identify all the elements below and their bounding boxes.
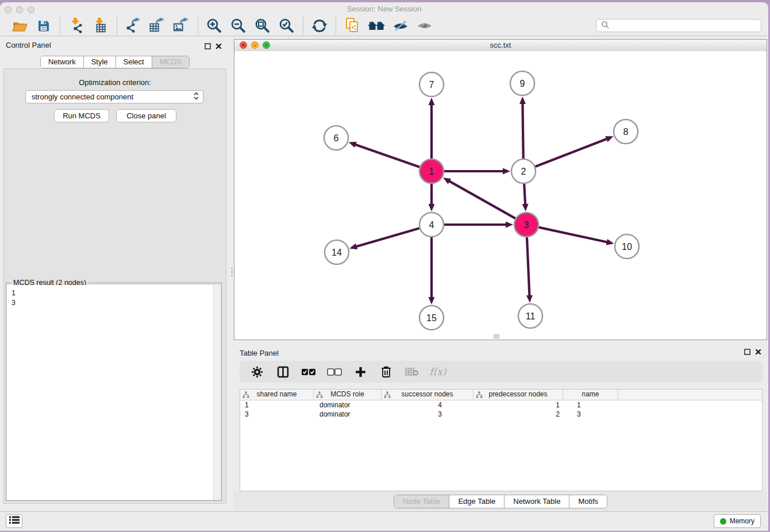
tab-select[interactable]: Select xyxy=(116,56,152,68)
tab-motifs[interactable]: Motifs xyxy=(569,495,607,508)
result-scrollbar[interactable] xyxy=(213,285,221,500)
float-panel-icon[interactable] xyxy=(205,41,211,52)
edge-arrow-icon xyxy=(519,97,526,104)
close-panel-icon[interactable] xyxy=(215,41,222,52)
edge-2-3[interactable] xyxy=(524,184,525,205)
table-row[interactable]: 1dominator411 xyxy=(240,400,762,410)
search-input[interactable] xyxy=(612,21,761,30)
function-builder-icon[interactable]: f(x) xyxy=(430,364,445,379)
edge-arrow-icon xyxy=(503,168,510,175)
edge-2-9[interactable] xyxy=(522,103,523,159)
select-all-columns-icon[interactable] xyxy=(301,364,316,379)
import-network-icon[interactable] xyxy=(67,17,86,34)
network-title: scc.txt xyxy=(234,41,767,49)
tab-edge-table[interactable]: Edge Table xyxy=(449,495,504,508)
title-bar: Session: New Session xyxy=(0,2,768,16)
task-history-button[interactable] xyxy=(6,514,22,528)
edge-arrow-icon xyxy=(429,98,435,105)
export-table-icon[interactable] xyxy=(148,17,167,34)
window-title: Session: New Session xyxy=(0,5,768,13)
table-toolbar: f(x) xyxy=(240,361,763,383)
tab-network[interactable]: Network xyxy=(41,56,83,68)
close-panel-button[interactable]: Close panel xyxy=(116,109,176,122)
table-cell[interactable]: dominator xyxy=(314,400,382,410)
control-panel: Control Panel NetworkStyleSelectMCDS Opt… xyxy=(0,36,230,512)
import-table-icon[interactable] xyxy=(91,17,110,34)
edge-arrow-icon xyxy=(429,297,435,304)
edge-2-8[interactable] xyxy=(536,138,608,167)
status-bar: Memory xyxy=(0,511,768,531)
column-header-name[interactable]: name xyxy=(563,390,618,400)
tab-mcds[interactable]: MCDS xyxy=(152,56,189,68)
column-header-successor-nodes[interactable]: successor nodes xyxy=(382,390,473,400)
zoom-out-icon[interactable] xyxy=(229,17,248,34)
mcds-result-list[interactable]: 13 xyxy=(7,285,214,500)
column-tree-icon xyxy=(242,391,249,400)
canvas-resize-handle[interactable] xyxy=(494,334,499,338)
tab-style[interactable]: Style xyxy=(83,56,116,68)
open-session-icon[interactable] xyxy=(10,17,29,34)
zoom-fit-icon[interactable] xyxy=(253,17,272,34)
toolbar-group xyxy=(198,17,303,34)
delete-column-icon[interactable] xyxy=(379,364,394,379)
mcds-panel: Optimization criterion: strongly connect… xyxy=(3,68,226,504)
edge-arrow-icon xyxy=(606,239,614,245)
edge-3-1[interactable] xyxy=(449,181,515,219)
panel-divider[interactable] xyxy=(230,36,234,512)
unselect-all-columns-icon[interactable] xyxy=(327,364,342,379)
duplicate-network-icon[interactable] xyxy=(342,17,362,34)
node-label: 6 xyxy=(334,133,339,143)
zoom-in-icon[interactable] xyxy=(205,17,224,34)
zoom-selected-icon[interactable] xyxy=(277,17,297,34)
criterion-dropdown[interactable]: strongly connected component xyxy=(25,90,203,103)
add-column-icon[interactable] xyxy=(353,364,368,379)
column-header-MCDS-role[interactable]: MCDS role xyxy=(314,390,382,400)
column-header-shared-name[interactable]: shared name xyxy=(240,390,314,400)
network-window-titlebar[interactable]: ✕ − + scc.txt xyxy=(234,40,767,52)
memory-button[interactable]: Memory xyxy=(714,514,761,528)
table-cell[interactable]: 3 xyxy=(563,410,618,419)
refresh-icon[interactable] xyxy=(310,17,329,34)
tab-network-table[interactable]: Network Table xyxy=(504,495,569,508)
show-all-icon[interactable] xyxy=(415,17,434,34)
edge-4-14[interactable] xyxy=(356,228,419,246)
table-cell[interactable]: 1 xyxy=(473,400,563,410)
table-row[interactable]: 3dominator323 xyxy=(240,410,762,419)
column-header-predecessor-nodes[interactable]: predecessor nodes xyxy=(473,390,563,400)
save-session-icon[interactable] xyxy=(34,17,53,34)
edge-3-10[interactable] xyxy=(538,228,607,242)
edge-arrow-icon xyxy=(522,204,529,211)
optimization-criterion-label: Optimization criterion: xyxy=(4,78,226,87)
table-cell[interactable]: 1 xyxy=(563,400,618,410)
delete-table-icon[interactable] xyxy=(405,364,419,379)
edge-1-6[interactable] xyxy=(355,144,419,167)
column-label: name xyxy=(582,390,599,398)
mcds-result-line: 1 xyxy=(11,288,214,298)
split-columns-icon[interactable] xyxy=(275,364,290,379)
table-cell[interactable]: 1 xyxy=(240,400,314,410)
home-icon[interactable] xyxy=(367,17,386,34)
table-cell[interactable]: 3 xyxy=(240,410,314,419)
table-cell[interactable]: 3 xyxy=(382,410,473,419)
network-canvas[interactable]: 1234678910111415 xyxy=(234,51,767,340)
float-panel-icon[interactable] xyxy=(744,347,750,357)
app-window: Session: New Session Control Panel Netwo… xyxy=(0,2,768,531)
table-panel-window-buttons xyxy=(744,347,761,357)
export-network-icon[interactable] xyxy=(124,17,143,34)
edge-3-11[interactable] xyxy=(527,237,530,296)
table-cell[interactable]: 2 xyxy=(473,410,563,419)
column-tree-icon xyxy=(316,391,323,400)
table-cell[interactable]: 4 xyxy=(382,400,473,410)
table-cell[interactable]: dominator xyxy=(314,410,382,419)
column-tree-icon xyxy=(384,391,391,400)
search-field[interactable] xyxy=(596,19,761,32)
mcds-result-group: MCDS result (2 nodes) 13 xyxy=(6,283,222,501)
tab-node-table[interactable]: Node Table xyxy=(394,495,449,508)
toolbar-group xyxy=(336,17,441,34)
gear-icon[interactable] xyxy=(249,364,264,379)
hide-selected-icon[interactable] xyxy=(391,17,410,34)
run-mcds-button[interactable]: Run MCDS xyxy=(54,109,109,122)
close-panel-icon[interactable] xyxy=(755,347,761,357)
node-table[interactable]: shared nameMCDS rolesuccessor nodesprede… xyxy=(240,389,763,491)
export-image-icon[interactable] xyxy=(172,17,191,34)
